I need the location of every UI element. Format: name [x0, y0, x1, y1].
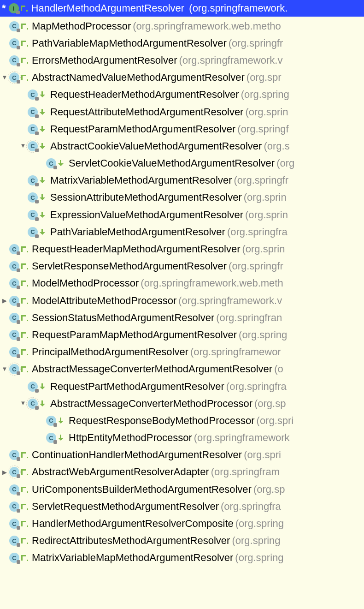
tree-row[interactable]: ▶CModelAttributeMethodProcessor(org.spri… [0, 292, 364, 309]
tree-row[interactable]: ▼CAbstractMessageConverterMethodArgument… [0, 361, 364, 378]
tree-row[interactable]: CMatrixVariableMapMethodArgumentResolver… [0, 549, 364, 567]
class-icon: C [28, 382, 47, 392]
class-name: RequestAttributeMethodArgumentResolver [50, 107, 243, 117]
tree-row[interactable]: CRequestParamMapMethodArgumentResolver(o… [0, 326, 364, 343]
class-icon: C [9, 261, 29, 271]
class-name: AbstractCookieValueMethodArgumentResolve… [50, 141, 262, 151]
overrides-icon [39, 383, 47, 390]
tree-row[interactable]: CMapMethodProcessor(org.springframework.… [0, 18, 364, 35]
class-icon: C [9, 450, 29, 460]
header-row[interactable]: * I HandlerMethodArgumentResolver (org.s… [0, 0, 364, 17]
overrides-icon [39, 143, 47, 149]
tree-row[interactable]: CModelMethodProcessor(org.springframewor… [0, 275, 364, 292]
class-name: HttpEntityMethodProcessor [69, 433, 192, 443]
package-label: (org.spring [235, 553, 283, 563]
tree-row[interactable]: CErrorsMethodArgumentResolver(org.spring… [0, 52, 364, 69]
package-label: (org.sprin [242, 244, 285, 254]
package-label: (org.springfra [226, 382, 287, 392]
overrides-icon [39, 91, 47, 98]
tree-row[interactable]: CPathVariableMapMethodArgumentResolver(o… [0, 35, 364, 52]
tree-row[interactable]: CUriComponentsBuilderMethodArgumentResol… [0, 481, 364, 498]
class-name: AbstractMessageConverterMethodArgumentRe… [32, 364, 272, 374]
class-icon: C [46, 158, 66, 168]
class-icon: C [9, 553, 29, 563]
package-label: (org.springframework.web.meth [141, 278, 283, 288]
implements-icon [21, 486, 29, 493]
tree-row[interactable]: CHandlerMethodArgumentResolverComposite(… [0, 515, 364, 532]
class-icon: C [9, 72, 29, 83]
implements-icon [21, 349, 29, 355]
class-name: ExpressionValueMethodArgumentResolver [50, 210, 243, 220]
asterisk-icon: * [2, 3, 6, 13]
package-label: (org.spring [235, 519, 284, 529]
implements-icon [21, 503, 29, 510]
tree-row[interactable]: CPathVariableMethodArgumentResolver(org.… [0, 223, 364, 240]
package-label: (org.spri [257, 416, 294, 426]
overrides-icon [39, 126, 47, 132]
tree-row[interactable]: CRequestHeaderMapMethodArgumentResolver(… [0, 240, 364, 257]
tree-row[interactable]: CMatrixVariableMethodArgumentResolver(or… [0, 172, 364, 189]
class-icon: C [9, 364, 29, 374]
tree-row[interactable]: CPrincipalMethodArgumentResolver(org.spr… [0, 344, 364, 361]
tree-row[interactable]: CRequestPartMethodArgumentResolver(org.s… [0, 378, 364, 395]
tree-row[interactable]: CSessionAttributeMethodArgumentResolver(… [0, 189, 364, 206]
class-icon: C [9, 55, 29, 66]
class-icon: C [28, 124, 47, 134]
implements-icon [21, 332, 29, 338]
package-label: (org.springframework.v [178, 296, 282, 306]
class-name: ModelAttributeMethodProcessor [32, 296, 176, 306]
implements-icon [21, 555, 29, 561]
package-label: (org.spri [244, 450, 281, 460]
tree-row[interactable]: CServletRequestMethodArgumentResolver(or… [0, 498, 364, 515]
chevron-down-icon[interactable]: ▼ [0, 366, 9, 372]
class-name: ServletResponseMethodArgumentResolver [32, 261, 227, 271]
overrides-icon [39, 194, 47, 201]
package-label: (org.spring [241, 90, 289, 100]
tree-row[interactable]: CRequestParamMethodArgumentResolver(org.… [0, 120, 364, 137]
overrides-icon [58, 435, 66, 441]
package-label: (org.springfr [234, 175, 289, 185]
package-label: (org [276, 158, 294, 168]
package-label: (org.springframewor [190, 347, 281, 357]
tree-row[interactable]: CServletCookieValueMethodArgumentResolve… [0, 155, 364, 172]
tree-row[interactable]: ▶CAbstractWebArgumentResolverAdapter(org… [0, 464, 364, 481]
tree-row[interactable]: CHttpEntityMethodProcessor(org.springfra… [0, 430, 364, 447]
tree-row[interactable]: CExpressionValueMethodArgumentResolver(o… [0, 206, 364, 223]
class-icon: C [9, 347, 29, 357]
implements-icon [21, 315, 29, 321]
implements-icon [21, 40, 29, 47]
tree-row[interactable]: CRequestResponseBodyMethodProcessor(org.… [0, 412, 364, 429]
class-icon: C [28, 399, 47, 409]
package-label: (org.sprin [244, 192, 287, 203]
chevron-down-icon[interactable]: ▼ [18, 143, 28, 149]
class-name: AbstractNamedValueMethodArgumentResolver [32, 72, 245, 83]
chevron-right-icon[interactable]: ▶ [0, 469, 9, 475]
tree-row[interactable]: CRequestAttributeMethodArgumentResolver(… [0, 103, 364, 120]
chevron-down-icon[interactable]: ▼ [18, 400, 28, 406]
tree-row[interactable]: ▼CAbstractNamedValueMethodArgumentResolv… [0, 69, 364, 86]
class-icon: C [9, 38, 29, 48]
tree-row[interactable]: CServletResponseMethodArgumentResolver(o… [0, 258, 364, 275]
class-name: HandlerMethodArgumentResolverComposite [32, 519, 234, 529]
interface-icon: I [9, 3, 29, 13]
class-name: RedirectAttributesMethodArgumentResolver [32, 536, 230, 546]
tree-row[interactable]: CRequestHeaderMethodArgumentResolver(org… [0, 86, 364, 103]
tree-row[interactable]: CSessionStatusMethodArgumentResolver(org… [0, 309, 364, 326]
class-name: RequestHeaderMapMethodArgumentResolver [32, 244, 240, 254]
implements-icon [21, 520, 29, 527]
package-label: (org.springfran [216, 313, 282, 323]
implements-icon [21, 263, 29, 269]
package-label: (o [274, 364, 283, 374]
tree-row[interactable]: ▼CAbstractMessageConverterMethodProcesso… [0, 395, 364, 412]
chevron-down-icon[interactable]: ▼ [0, 75, 9, 81]
tree-row[interactable]: CContinuationHandlerMethodArgumentResolv… [0, 447, 364, 464]
tree-row[interactable]: CRedirectAttributesMethodArgumentResolve… [0, 532, 364, 549]
package-label: (org.spr [247, 72, 282, 83]
package-label: (org.sprin [245, 210, 288, 220]
tree-row[interactable]: ▼CAbstractCookieValueMethodArgumentResol… [0, 137, 364, 155]
class-name: PrincipalMethodArgumentResolver [32, 347, 188, 357]
header-package: (org.springframework. [186, 3, 288, 13]
chevron-right-icon[interactable]: ▶ [0, 298, 9, 304]
class-name: SessionStatusMethodArgumentResolver [32, 313, 214, 323]
class-name: UriComponentsBuilderMethodArgumentResolv… [32, 484, 252, 495]
